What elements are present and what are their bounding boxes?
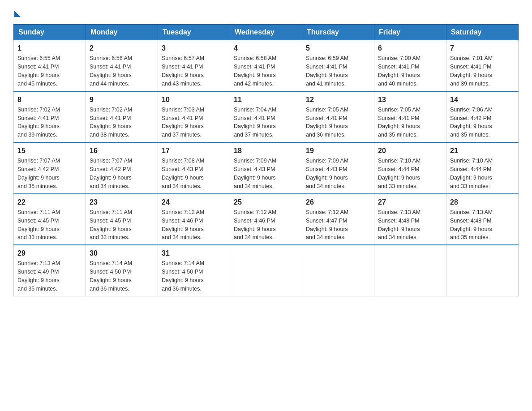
day-number: 17 — [162, 146, 226, 156]
day-info: Sunrise: 7:08 AMSunset: 4:43 PMDaylight:… — [162, 158, 204, 189]
calendar-cell: 1 Sunrise: 6:55 AMSunset: 4:41 PMDayligh… — [14, 40, 86, 91]
day-number: 7 — [450, 43, 515, 53]
day-info: Sunrise: 7:09 AMSunset: 4:43 PMDaylight:… — [306, 158, 348, 189]
calendar-cell: 13 Sunrise: 7:05 AMSunset: 4:41 PMDaylig… — [374, 91, 446, 143]
day-number: 14 — [450, 94, 515, 105]
calendar-cell: 25 Sunrise: 7:12 AMSunset: 4:46 PMDaylig… — [230, 194, 302, 245]
day-info: Sunrise: 7:07 AMSunset: 4:42 PMDaylight:… — [90, 158, 132, 189]
calendar-week-row: 29 Sunrise: 7:13 AMSunset: 4:49 PMDaylig… — [14, 245, 519, 296]
calendar-cell — [446, 245, 519, 296]
calendar-cell: 23 Sunrise: 7:11 AMSunset: 4:45 PMDaylig… — [86, 194, 158, 245]
day-number: 4 — [234, 43, 298, 53]
calendar-table: SundayMondayTuesdayWednesdayThursdayFrid… — [13, 24, 519, 296]
day-info: Sunrise: 7:14 AMSunset: 4:50 PMDaylight:… — [162, 260, 204, 292]
day-number: 30 — [90, 248, 154, 258]
calendar-cell: 5 Sunrise: 6:59 AMSunset: 4:41 PMDayligh… — [302, 40, 374, 91]
calendar-cell: 8 Sunrise: 7:02 AMSunset: 4:41 PMDayligh… — [14, 91, 86, 143]
day-info: Sunrise: 6:59 AMSunset: 4:41 PMDaylight:… — [306, 55, 348, 87]
day-number: 31 — [162, 248, 226, 258]
calendar-cell: 24 Sunrise: 7:12 AMSunset: 4:46 PMDaylig… — [158, 194, 230, 245]
day-info: Sunrise: 6:58 AMSunset: 4:41 PMDaylight:… — [234, 55, 276, 87]
header-sunday: Sunday — [14, 25, 86, 40]
header-friday: Friday — [374, 25, 446, 40]
calendar-week-row: 15 Sunrise: 7:07 AMSunset: 4:42 PMDaylig… — [14, 142, 519, 194]
calendar-cell: 29 Sunrise: 7:13 AMSunset: 4:49 PMDaylig… — [14, 245, 86, 296]
day-number: 20 — [378, 146, 442, 156]
header-monday: Monday — [86, 25, 158, 40]
calendar-cell: 12 Sunrise: 7:05 AMSunset: 4:41 PMDaylig… — [302, 91, 374, 143]
calendar-week-row: 8 Sunrise: 7:02 AMSunset: 4:41 PMDayligh… — [14, 91, 519, 143]
day-number: 10 — [162, 94, 226, 105]
day-number: 1 — [17, 43, 82, 53]
calendar-week-row: 22 Sunrise: 7:11 AMSunset: 4:45 PMDaylig… — [14, 194, 519, 245]
day-info: Sunrise: 7:13 AMSunset: 4:49 PMDaylight:… — [17, 260, 60, 292]
day-info: Sunrise: 7:12 AMSunset: 4:46 PMDaylight:… — [234, 209, 276, 241]
day-info: Sunrise: 7:14 AMSunset: 4:50 PMDaylight:… — [90, 260, 132, 292]
day-number: 3 — [162, 43, 226, 53]
day-number: 11 — [234, 94, 298, 105]
day-info: Sunrise: 7:13 AMSunset: 4:48 PMDaylight:… — [378, 209, 420, 241]
day-number: 26 — [306, 197, 370, 207]
day-info: Sunrise: 7:05 AMSunset: 4:41 PMDaylight:… — [306, 107, 348, 138]
day-info: Sunrise: 7:09 AMSunset: 4:43 PMDaylight:… — [234, 158, 276, 189]
day-info: Sunrise: 7:03 AMSunset: 4:41 PMDaylight:… — [162, 107, 204, 138]
header-thursday: Thursday — [302, 25, 374, 40]
day-number: 8 — [17, 94, 82, 105]
calendar-cell: 30 Sunrise: 7:14 AMSunset: 4:50 PMDaylig… — [86, 245, 158, 296]
calendar-cell: 3 Sunrise: 6:57 AMSunset: 4:41 PMDayligh… — [158, 40, 230, 91]
day-info: Sunrise: 6:55 AMSunset: 4:41 PMDaylight:… — [17, 55, 60, 87]
day-number: 19 — [306, 146, 370, 156]
calendar-cell: 31 Sunrise: 7:14 AMSunset: 4:50 PMDaylig… — [158, 245, 230, 296]
day-info: Sunrise: 7:00 AMSunset: 4:41 PMDaylight:… — [378, 55, 420, 87]
calendar-cell — [302, 245, 374, 296]
day-info: Sunrise: 7:10 AMSunset: 4:44 PMDaylight:… — [378, 158, 420, 189]
day-number: 21 — [450, 146, 515, 156]
calendar-cell: 15 Sunrise: 7:07 AMSunset: 4:42 PMDaylig… — [14, 142, 86, 194]
day-number: 15 — [17, 146, 82, 156]
calendar-cell: 16 Sunrise: 7:07 AMSunset: 4:42 PMDaylig… — [86, 142, 158, 194]
day-info: Sunrise: 7:13 AMSunset: 4:48 PMDaylight:… — [450, 209, 493, 241]
calendar-cell: 19 Sunrise: 7:09 AMSunset: 4:43 PMDaylig… — [302, 142, 374, 194]
calendar-cell: 17 Sunrise: 7:08 AMSunset: 4:43 PMDaylig… — [158, 142, 230, 194]
day-info: Sunrise: 7:02 AMSunset: 4:41 PMDaylight:… — [90, 107, 132, 138]
calendar-cell: 28 Sunrise: 7:13 AMSunset: 4:48 PMDaylig… — [446, 194, 519, 245]
calendar-cell: 20 Sunrise: 7:10 AMSunset: 4:44 PMDaylig… — [374, 142, 446, 194]
day-number: 23 — [90, 197, 154, 207]
header-tuesday: Tuesday — [158, 25, 230, 40]
day-info: Sunrise: 7:06 AMSunset: 4:42 PMDaylight:… — [450, 107, 493, 138]
day-info: Sunrise: 7:10 AMSunset: 4:44 PMDaylight:… — [450, 158, 493, 189]
day-number: 29 — [17, 248, 82, 258]
logo-arrow-icon — [14, 11, 21, 17]
day-number: 12 — [306, 94, 370, 105]
page-header — [13, 9, 519, 15]
day-number: 18 — [234, 146, 298, 156]
day-info: Sunrise: 7:11 AMSunset: 4:45 PMDaylight:… — [17, 209, 60, 241]
calendar-cell: 7 Sunrise: 7:01 AMSunset: 4:41 PMDayligh… — [446, 40, 519, 91]
calendar-cell: 6 Sunrise: 7:00 AMSunset: 4:41 PMDayligh… — [374, 40, 446, 91]
day-number: 2 — [90, 43, 154, 53]
calendar-cell: 18 Sunrise: 7:09 AMSunset: 4:43 PMDaylig… — [230, 142, 302, 194]
day-info: Sunrise: 7:11 AMSunset: 4:45 PMDaylight:… — [90, 209, 132, 241]
calendar-cell: 14 Sunrise: 7:06 AMSunset: 4:42 PMDaylig… — [446, 91, 519, 143]
day-info: Sunrise: 6:56 AMSunset: 4:41 PMDaylight:… — [90, 55, 132, 87]
day-number: 22 — [17, 197, 82, 207]
header-wednesday: Wednesday — [230, 25, 302, 40]
calendar-cell: 9 Sunrise: 7:02 AMSunset: 4:41 PMDayligh… — [86, 91, 158, 143]
calendar-cell: 4 Sunrise: 6:58 AMSunset: 4:41 PMDayligh… — [230, 40, 302, 91]
calendar-header-row: SundayMondayTuesdayWednesdayThursdayFrid… — [14, 25, 519, 40]
day-number: 6 — [378, 43, 442, 53]
day-info: Sunrise: 7:12 AMSunset: 4:46 PMDaylight:… — [162, 209, 204, 241]
day-info: Sunrise: 6:57 AMSunset: 4:41 PMDaylight:… — [162, 55, 204, 87]
day-number: 5 — [306, 43, 370, 53]
calendar-cell: 26 Sunrise: 7:12 AMSunset: 4:47 PMDaylig… — [302, 194, 374, 245]
day-number: 13 — [378, 94, 442, 105]
day-number: 25 — [234, 197, 298, 207]
day-number: 24 — [162, 197, 226, 207]
day-number: 27 — [378, 197, 442, 207]
calendar-cell — [374, 245, 446, 296]
calendar-cell — [230, 245, 302, 296]
calendar-cell: 11 Sunrise: 7:04 AMSunset: 4:41 PMDaylig… — [230, 91, 302, 143]
day-number: 9 — [90, 94, 154, 105]
calendar-cell: 10 Sunrise: 7:03 AMSunset: 4:41 PMDaylig… — [158, 91, 230, 143]
day-info: Sunrise: 7:05 AMSunset: 4:41 PMDaylight:… — [378, 107, 420, 138]
